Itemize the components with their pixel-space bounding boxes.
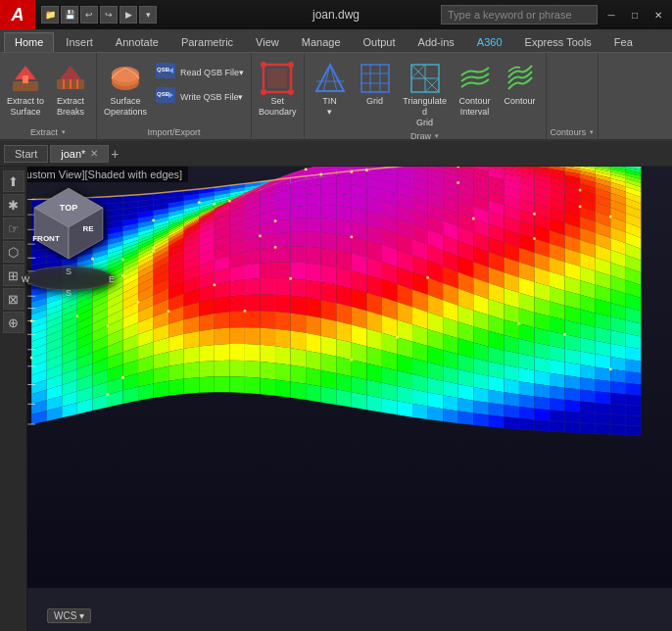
read-qsb-label: Read QSB File▾: [180, 68, 244, 77]
contours-group-label: Contours ▾: [551, 125, 595, 139]
svg-rect-18: [267, 69, 287, 88]
svg-point-22: [288, 89, 294, 95]
contours-dropdown-arrow[interactable]: ▾: [590, 128, 594, 136]
minimize-button[interactable]: ─: [601, 6, 621, 24]
tab-parametric[interactable]: Parametric: [170, 32, 244, 52]
import-export-group-label: Import/Export: [101, 125, 247, 139]
lt-btn-7[interactable]: ⊕: [3, 312, 24, 333]
svg-text:RE: RE: [82, 224, 94, 233]
extract-breaks-icon: [53, 61, 88, 96]
ribbon-tabs: Home Insert Annotate Parametric View Man…: [0, 29, 672, 53]
tab-annotate[interactable]: Annotate: [105, 32, 169, 52]
extract-breaks-button[interactable]: ExtractBreaks: [49, 59, 92, 120]
tab-a360[interactable]: A360: [466, 32, 513, 52]
set-boundary-label: SetBoundary: [259, 96, 297, 118]
contour-interval-button[interactable]: ContourInterval: [454, 59, 497, 120]
ribbon-group-draw: TIN▾ Grid: [305, 53, 547, 139]
svg-text:QSB: QSB: [157, 91, 170, 97]
contour-interval-icon: [457, 61, 493, 96]
svg-text:S: S: [66, 267, 72, 276]
triangulated-grid-label: TriangulatedGrid: [402, 96, 449, 127]
tin-button[interactable]: TIN▾: [309, 59, 352, 120]
doc-tabs: Start joan* ✕ +: [0, 141, 672, 167]
tin-icon: [312, 61, 348, 96]
svg-marker-23: [316, 65, 344, 91]
doc-tab-start[interactable]: Start: [4, 145, 48, 163]
window-title: joan.dwg: [312, 8, 360, 22]
svg-rect-27: [361, 65, 389, 92]
view-cube[interactable]: S S W E TOP FRONT RE: [20, 180, 118, 302]
set-boundary-button[interactable]: SetBoundary: [256, 59, 300, 120]
surface-operations-button[interactable]: SurfaceOperations: [101, 59, 150, 120]
extract-dropdown-arrow[interactable]: ▾: [62, 128, 66, 136]
set-boundary-group-label: [256, 135, 300, 139]
extract-to-surface-button[interactable]: Extract toSurface: [4, 59, 47, 120]
tool-btn-save[interactable]: 💾: [61, 6, 78, 24]
extract-group-label: Extract ▾: [4, 125, 92, 139]
tab-home[interactable]: Home: [4, 32, 54, 52]
app-logo[interactable]: A: [0, 0, 35, 29]
grid-icon: [358, 61, 393, 96]
viewport: [-][Custom View][Shaded with edges] ⬆ ✱ …: [0, 167, 672, 631]
svg-point-21: [261, 89, 266, 95]
ribbon-group-contours: Contours ▾: [547, 53, 600, 139]
ribbon: Extract toSurface ExtractBreaks Extract …: [0, 53, 672, 141]
tool-btn-more[interactable]: ▾: [139, 6, 157, 24]
svg-text:W: W: [22, 274, 30, 284]
surface-operations-label: SurfaceOperations: [104, 96, 147, 118]
qsb-buttons: QSB Read QSB File▾ QSB Write QS: [152, 59, 247, 109]
contour-interval-label: ContourInterval: [459, 96, 491, 118]
contour-label: Contour: [504, 96, 536, 107]
tool-btn-redo[interactable]: ↪: [100, 6, 118, 24]
contour-button[interactable]: Contour: [499, 59, 542, 109]
doc-tab-joan[interactable]: joan* ✕: [50, 145, 109, 163]
draw-dropdown-arrow[interactable]: ▾: [435, 132, 439, 140]
write-qsb-label: Write QSB File▾: [180, 92, 243, 102]
tool-btn-run[interactable]: ▶: [120, 6, 137, 24]
svg-text:QSB: QSB: [157, 67, 170, 73]
tab-express-tools[interactable]: Express Tools: [514, 32, 602, 52]
svg-text:S: S: [66, 288, 72, 298]
tool-btn-open[interactable]: 📁: [41, 6, 59, 24]
svg-point-20: [288, 62, 294, 68]
draw-group-label: Draw ▾: [309, 129, 542, 141]
svg-text:FRONT: FRONT: [32, 234, 60, 243]
surface-operations-icon: [108, 61, 143, 96]
write-qsb-button[interactable]: QSB Write QSB File▾: [152, 85, 247, 109]
grid-button[interactable]: Grid: [354, 59, 397, 109]
doc-tab-close[interactable]: ✕: [90, 148, 98, 159]
extract-surface-label: Extract toSurface: [7, 96, 44, 118]
viewport-container: [-][Custom View][Shaded with edges] ⬆ ✱ …: [0, 167, 672, 631]
ribbon-group-set-boundary: SetBoundary: [252, 53, 305, 139]
wcs-label[interactable]: WCS ▾: [47, 608, 91, 623]
svg-marker-4: [60, 66, 81, 79]
tab-output[interactable]: Output: [353, 32, 407, 52]
contour-icon: [503, 61, 538, 96]
svg-text:E: E: [109, 274, 115, 284]
ribbon-group-import-export: SurfaceOperations QSB Read QSB File▾: [97, 53, 252, 139]
tool-btn-undo[interactable]: ↩: [80, 6, 98, 24]
tab-manage[interactable]: Manage: [291, 32, 352, 52]
read-qsb-button[interactable]: QSB Read QSB File▾: [152, 61, 247, 84]
close-button[interactable]: ✕: [648, 6, 668, 24]
extract-breaks-label: ExtractBreaks: [57, 96, 84, 118]
svg-text:TOP: TOP: [60, 203, 77, 213]
extract-surface-icon: [8, 61, 43, 96]
tab-insert[interactable]: Insert: [55, 32, 104, 52]
grid-label: Grid: [366, 96, 383, 107]
set-boundary-icon: [260, 61, 295, 96]
tab-fea[interactable]: Fea: [603, 32, 644, 52]
maximize-button[interactable]: □: [625, 6, 645, 24]
new-tab-button[interactable]: +: [111, 146, 119, 162]
tin-label: TIN▾: [322, 96, 337, 118]
tab-view[interactable]: View: [245, 32, 290, 52]
triangulated-grid-button[interactable]: TriangulatedGrid: [399, 59, 452, 129]
svg-point-19: [261, 62, 266, 68]
title-bar: A 📁 💾 ↩ ↪ ▶ ▾ joan.dwg Type a keyword or…: [0, 0, 672, 29]
triangulated-grid-icon: [408, 61, 443, 96]
write-qsb-icon: QSB: [155, 86, 176, 108]
search-bar[interactable]: Type a keyword or phrase: [441, 5, 598, 24]
read-qsb-icon: QSB: [155, 62, 176, 83]
tab-addins[interactable]: Add-ins: [408, 32, 465, 52]
svg-rect-2: [23, 75, 28, 83]
